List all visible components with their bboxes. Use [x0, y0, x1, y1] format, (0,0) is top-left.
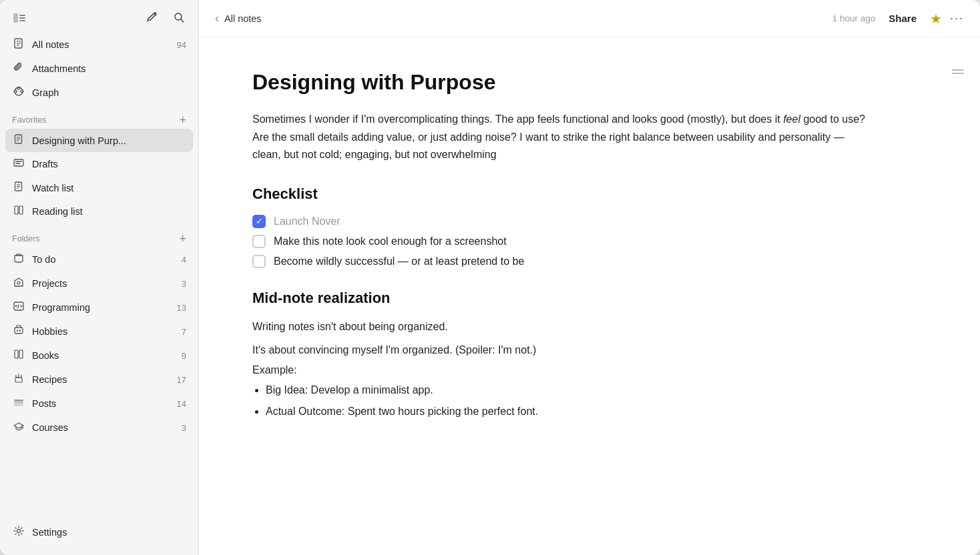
- posts-label: Posts: [32, 398, 56, 409]
- checkbox-2[interactable]: [252, 255, 266, 268]
- svg-rect-27: [15, 206, 18, 214]
- app-body: All notes 94 Attachments: [0, 0, 980, 555]
- books-label: Books: [32, 350, 59, 361]
- designing-icon: [12, 134, 25, 147]
- readinglist-icon: [12, 205, 25, 218]
- svg-rect-38: [14, 402, 23, 404]
- svg-point-41: [17, 530, 21, 533]
- todo-icon: [12, 253, 25, 266]
- note-title: Designing with Purpose: [252, 69, 927, 95]
- breadcrumb[interactable]: ‹ All notes: [215, 11, 262, 25]
- svg-rect-31: [15, 328, 23, 334]
- note-intro-text1: Sometimes I wonder if I'm overcomplicati…: [252, 113, 780, 125]
- programming-icon: [12, 301, 25, 314]
- sidebar-item-todo[interactable]: To do 4: [5, 247, 193, 271]
- star-button[interactable]: ★: [930, 11, 942, 27]
- bullet-list: Big Idea: Develop a minimalist app. Actu…: [252, 382, 927, 421]
- all-notes-count: 94: [177, 40, 186, 50]
- projects-label: Projects: [32, 278, 67, 289]
- checklist-item-2: Become wildly successful — or at least p…: [252, 255, 927, 268]
- courses-icon: [12, 421, 25, 434]
- todo-count: 4: [182, 255, 186, 265]
- add-favorite-button[interactable]: +: [179, 114, 186, 126]
- hobbies-count: 7: [182, 327, 186, 337]
- svg-rect-21: [15, 161, 22, 163]
- breadcrumb-chevron: ‹: [215, 11, 219, 25]
- sidebar-item-projects[interactable]: Projects 3: [5, 271, 193, 296]
- sidebar-item-programming[interactable]: Programming 13: [5, 296, 193, 320]
- breadcrumb-label: All notes: [224, 13, 262, 24]
- example-label: Example:: [252, 364, 927, 376]
- checkbox-1[interactable]: [252, 235, 266, 248]
- svg-rect-39: [14, 404, 23, 406]
- graph-label: Graph: [32, 87, 59, 98]
- svg-point-9: [15, 87, 23, 95]
- sidebar-item-all-notes[interactable]: All notes 94: [5, 33, 193, 57]
- sidebar-item-graph[interactable]: Graph: [5, 81, 193, 105]
- sidebar-item-designing[interactable]: Designing with Purp...: [5, 129, 193, 152]
- attachments-label: Attachments: [32, 63, 86, 74]
- search-button[interactable]: [171, 9, 188, 26]
- share-button[interactable]: Share: [883, 10, 922, 27]
- svg-rect-34: [15, 350, 18, 358]
- settings-item[interactable]: Settings: [5, 520, 193, 544]
- todo-label: To do: [32, 254, 55, 265]
- svg-rect-1: [19, 15, 25, 16]
- books-count: 9: [182, 351, 186, 361]
- compose-button[interactable]: [144, 9, 160, 26]
- checklist-title: Checklist: [252, 185, 927, 203]
- checkbox-0[interactable]: ✓: [252, 215, 266, 228]
- watchlist-label: Watch list: [32, 183, 73, 193]
- svg-rect-28: [19, 206, 23, 214]
- sidebar-item-posts[interactable]: Posts 14: [5, 392, 193, 416]
- recipes-icon: [12, 373, 25, 386]
- favorites-nav: Designing with Purp... Drafts: [0, 129, 198, 223]
- sidebar-item-readinglist[interactable]: Reading list: [5, 199, 193, 223]
- svg-point-32: [17, 330, 18, 331]
- main-area: ‹ All notes 1 hour ago Share ★ ··· Desig…: [199, 0, 980, 555]
- checklist: ✓ Launch Nover Make this note look cool …: [252, 215, 927, 268]
- checklist-label-0: Launch Nover: [274, 215, 340, 227]
- sidebar: All notes 94 Attachments: [0, 0, 199, 555]
- sidebar-item-courses[interactable]: Courses 3: [5, 416, 193, 440]
- sidebar-action-icons: [144, 9, 188, 26]
- drafts-icon: [12, 157, 25, 171]
- projects-icon: [12, 277, 25, 290]
- more-button[interactable]: ···: [950, 11, 964, 25]
- sidebar-item-books[interactable]: Books 9: [5, 344, 193, 368]
- sidebar-item-watchlist[interactable]: Watch list: [5, 176, 193, 199]
- sidebar-toggle-button[interactable]: [11, 11, 28, 25]
- svg-rect-36: [15, 378, 22, 382]
- favorites-section-header: Favorites +: [0, 105, 198, 129]
- svg-point-33: [19, 330, 21, 331]
- svg-rect-0: [13, 13, 18, 23]
- recipes-count: 17: [177, 375, 186, 385]
- timestamp: 1 hour ago: [832, 13, 876, 23]
- sidebar-item-hobbies[interactable]: Hobbies 7: [5, 320, 193, 344]
- settings-label: Settings: [32, 527, 67, 538]
- sidebar-item-recipes[interactable]: Recipes 17: [5, 368, 193, 392]
- note-intro: Sometimes I wonder if I'm overcomplicati…: [252, 111, 867, 163]
- svg-point-29: [17, 282, 20, 284]
- sidebar-item-attachments[interactable]: Attachments: [5, 57, 193, 81]
- bullet-item-0: Big Idea: Develop a minimalist app.: [266, 382, 927, 399]
- favorites-label: Favorites: [12, 115, 46, 125]
- sidebar-top-bar: [0, 0, 198, 33]
- note-content: Designing with Purpose Sometimes I wonde…: [199, 37, 980, 555]
- settings-icon: [12, 526, 25, 539]
- courses-label: Courses: [32, 422, 68, 433]
- courses-count: 3: [182, 423, 186, 433]
- mid-note-text1: Writing notes isn't about being organize…: [252, 318, 927, 336]
- sidebar-item-drafts[interactable]: Drafts: [5, 152, 193, 176]
- svg-point-11: [21, 90, 23, 93]
- minimize-icon: [952, 69, 964, 74]
- sidebar-nav: All notes 94 Attachments: [0, 33, 198, 105]
- designing-label: Designing with Purp...: [32, 135, 126, 146]
- add-folder-button[interactable]: +: [179, 233, 186, 245]
- svg-rect-20: [14, 159, 23, 166]
- all-notes-label: All notes: [32, 39, 69, 50]
- mid-note-text2: It's about convincing myself I'm organiz…: [252, 341, 927, 359]
- top-bar-right: 1 hour ago Share ★ ···: [832, 10, 964, 27]
- readinglist-label: Reading list: [32, 206, 83, 217]
- folders-nav: To do 4 Projects 3: [0, 247, 198, 440]
